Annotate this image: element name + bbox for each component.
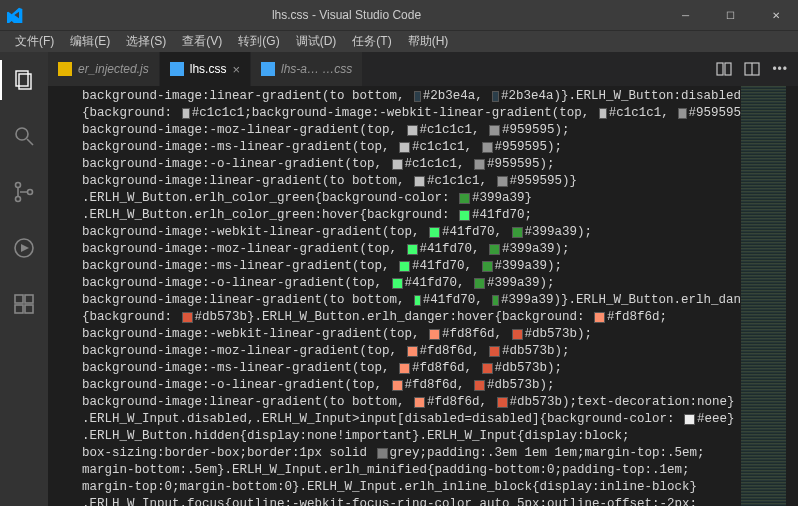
code-line[interactable]: background-image:linear-gradient(to bott… <box>82 292 741 309</box>
tab-lhs-a-css[interactable]: lhs-a… …css <box>251 52 363 86</box>
window-title: lhs.css - Visual Studio Code <box>30 8 663 22</box>
color-swatch <box>599 108 607 119</box>
more-icon[interactable]: ••• <box>772 62 788 76</box>
code-line[interactable]: background-image:-ms-linear-gradient(top… <box>82 360 741 377</box>
css-file-icon <box>261 62 275 76</box>
code-line[interactable]: margin-bottom:.5em}.ERLH_W_Input.erlh_mi… <box>82 462 741 479</box>
menu-goto[interactable]: 转到(G) <box>231 31 286 52</box>
source-control-icon[interactable] <box>0 172 48 212</box>
code-line[interactable]: background-image:linear-gradient(to bott… <box>82 88 741 105</box>
color-swatch <box>182 108 190 119</box>
color-swatch <box>512 329 523 340</box>
menu-edit[interactable]: 编辑(E) <box>63 31 117 52</box>
vertical-scrollbar[interactable] <box>786 86 798 506</box>
svg-point-4 <box>16 183 21 188</box>
tab-label: lhs.css <box>190 62 227 76</box>
color-swatch <box>392 159 403 170</box>
color-swatch <box>482 363 493 374</box>
code-line[interactable]: background-image:-moz-linear-gradient(to… <box>82 343 741 360</box>
code-line[interactable]: background-image:-moz-linear-gradient(to… <box>82 122 741 139</box>
color-swatch <box>492 295 499 306</box>
code-line[interactable]: .ERLH_W_Button.hidden{display:none!impor… <box>82 428 741 445</box>
color-swatch <box>429 329 440 340</box>
code-line[interactable]: background-image:linear-gradient(to bott… <box>82 173 741 190</box>
compare-icon[interactable] <box>716 61 732 77</box>
svg-rect-9 <box>25 295 33 303</box>
menu-view[interactable]: 查看(V) <box>175 31 229 52</box>
extensions-icon[interactable] <box>0 284 48 324</box>
color-swatch <box>474 278 485 289</box>
close-tab-icon[interactable]: × <box>232 62 240 77</box>
code-line[interactable]: .ERLH_W_Button.erlh_color_green{backgrou… <box>82 190 741 207</box>
svg-rect-10 <box>15 305 23 313</box>
color-swatch <box>489 125 500 136</box>
menu-tasks[interactable]: 任务(T) <box>345 31 398 52</box>
tab-label: lhs-a… …css <box>281 62 352 76</box>
svg-point-2 <box>16 128 28 140</box>
color-swatch <box>459 193 470 204</box>
code-line[interactable]: background-image:-ms-linear-gradient(top… <box>82 139 741 156</box>
css-file-icon <box>170 62 184 76</box>
color-swatch <box>497 397 508 408</box>
svg-line-3 <box>27 139 33 145</box>
svg-point-5 <box>16 197 21 202</box>
tab-er-injected[interactable]: er_injected.js <box>48 52 160 86</box>
editor-area: er_injected.js lhs.css × lhs-a… …css ••• <box>48 52 798 506</box>
code-line[interactable]: background-image:-o-linear-gradient(top,… <box>82 377 741 394</box>
color-swatch <box>429 227 440 238</box>
svg-point-6 <box>28 190 33 195</box>
color-swatch <box>399 363 410 374</box>
code-line[interactable]: background-image:-moz-linear-gradient(to… <box>82 241 741 258</box>
js-file-icon <box>58 62 72 76</box>
color-swatch <box>489 346 500 357</box>
menu-debug[interactable]: 调试(D) <box>289 31 344 52</box>
svg-rect-1 <box>19 74 31 89</box>
color-swatch <box>512 227 523 238</box>
close-button[interactable]: ✕ <box>753 0 798 30</box>
minimap[interactable] <box>741 86 786 506</box>
color-swatch <box>414 176 425 187</box>
split-icon[interactable] <box>744 61 760 77</box>
code-line[interactable]: {background: #c1c1c1;background-image:-w… <box>82 105 741 122</box>
menu-help[interactable]: 帮助(H) <box>401 31 456 52</box>
color-swatch <box>474 380 485 391</box>
menu-file[interactable]: 文件(F) <box>8 31 61 52</box>
tab-bar: er_injected.js lhs.css × lhs-a… …css ••• <box>48 52 798 86</box>
code-line[interactable]: background-image:linear-gradient(to bott… <box>82 394 741 411</box>
explorer-icon[interactable] <box>0 60 48 100</box>
svg-rect-0 <box>16 71 28 86</box>
color-swatch <box>392 380 403 391</box>
code-line[interactable]: .ERLH_W_Button.erlh_color_green:hover{ba… <box>82 207 741 224</box>
svg-rect-12 <box>58 62 72 76</box>
code-line[interactable]: .ERLH_W_Input.disabled,.ERLH_W_Input>inp… <box>82 411 741 428</box>
color-swatch <box>414 91 421 102</box>
color-swatch <box>497 176 508 187</box>
color-swatch <box>482 142 493 153</box>
window-controls: ─ ☐ ✕ <box>663 0 798 30</box>
code-line[interactable]: background-image:-ms-linear-gradient(top… <box>82 258 741 275</box>
color-swatch <box>399 142 410 153</box>
code-line[interactable]: box-sizing:border-box;border:1px solid g… <box>82 445 741 462</box>
maximize-button[interactable]: ☐ <box>708 0 753 30</box>
minimize-button[interactable]: ─ <box>663 0 708 30</box>
code-editor[interactable]: background-image:linear-gradient(to bott… <box>48 86 741 506</box>
debug-icon[interactable] <box>0 228 48 268</box>
color-swatch <box>392 278 403 289</box>
menubar: 文件(F) 编辑(E) 选择(S) 查看(V) 转到(G) 调试(D) 任务(T… <box>0 30 798 52</box>
color-swatch <box>474 159 485 170</box>
vscode-logo-icon <box>0 7 30 23</box>
code-line[interactable]: background-image:-webkit-linear-gradient… <box>82 224 741 241</box>
svg-rect-8 <box>15 295 23 303</box>
svg-rect-15 <box>717 63 723 75</box>
code-line[interactable]: background-image:-webkit-linear-gradient… <box>82 326 741 343</box>
code-line[interactable]: background-image:-o-linear-gradient(top,… <box>82 156 741 173</box>
code-line[interactable]: background-image:-o-linear-gradient(top,… <box>82 275 741 292</box>
tab-lhs-css[interactable]: lhs.css × <box>160 52 251 86</box>
code-line[interactable]: .ERLH_W_Input.focus{outline:-webkit-focu… <box>82 496 741 506</box>
code-line[interactable]: {background: #db573b}.ERLH_W_Button.erlh… <box>82 309 741 326</box>
svg-rect-16 <box>725 63 731 75</box>
menu-selection[interactable]: 选择(S) <box>119 31 173 52</box>
color-swatch <box>377 448 388 459</box>
code-line[interactable]: margin-top:0;margin-bottom:0}.ERLH_W_Inp… <box>82 479 741 496</box>
search-icon[interactable] <box>0 116 48 156</box>
